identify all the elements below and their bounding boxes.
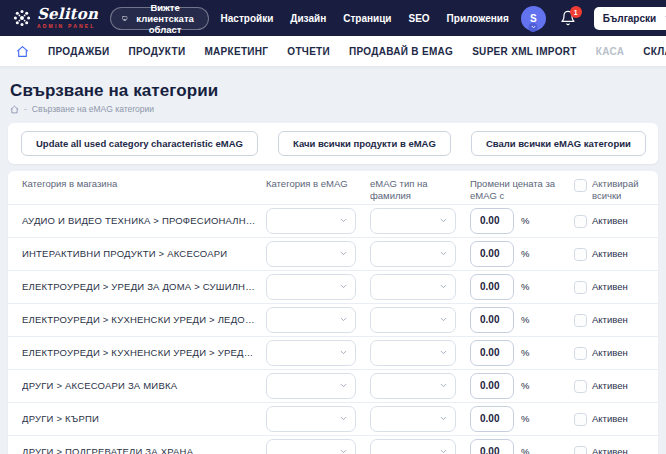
- topbar-nav-item[interactable]: Приложения: [447, 13, 509, 24]
- store-category-label: ИНТЕРАКТИВНИ ПРОДУКТИ > АКСЕСОАРИ: [22, 248, 266, 259]
- emag-family-type-select[interactable]: [370, 241, 456, 267]
- emag-family-type-select[interactable]: [370, 307, 456, 333]
- percent-label: %: [521, 413, 529, 424]
- active-checkbox[interactable]: [574, 347, 587, 360]
- chevron-down-icon: [339, 447, 348, 454]
- emag-family-type-select[interactable]: [370, 274, 456, 300]
- percent-label: %: [521, 314, 529, 325]
- price-change-cell: %: [470, 406, 574, 432]
- main-nav-item[interactable]: ОТЧЕТИ: [287, 46, 330, 57]
- chevron-down-icon: [439, 216, 448, 225]
- logo-subtitle: ADMIN PANEL: [37, 24, 98, 29]
- header-store-category: Категория в магазина: [22, 178, 266, 190]
- chevron-down-icon: [339, 381, 348, 390]
- topbar-nav-item[interactable]: Дизайн: [290, 13, 326, 24]
- active-checkbox[interactable]: [574, 314, 587, 327]
- active-cell: Активен: [574, 280, 646, 294]
- download-all-categories-button[interactable]: Свали всички eMAG категории: [471, 131, 646, 156]
- price-input[interactable]: [470, 439, 514, 454]
- active-checkbox[interactable]: [574, 281, 587, 294]
- table-row: ИНТЕРАКТИВНИ ПРОДУКТИ > АКСЕСОАРИ % Акти…: [8, 237, 658, 270]
- active-checkbox[interactable]: [574, 248, 587, 261]
- price-input[interactable]: [470, 208, 514, 234]
- breadcrumb-separator: -: [24, 104, 27, 114]
- category-mapping-table: Категория в магазина Категория в eMAG eM…: [8, 171, 658, 454]
- emag-family-type-select[interactable]: [370, 373, 456, 399]
- chevron-down-icon: [439, 414, 448, 423]
- emag-category-select[interactable]: [266, 307, 356, 333]
- emag-family-type-select[interactable]: [370, 208, 456, 234]
- main-nav-item[interactable]: ПРОДАВАЙ В EMAG: [349, 46, 453, 57]
- price-input[interactable]: [470, 340, 514, 366]
- price-change-cell: %: [470, 307, 574, 333]
- active-label: Активен: [592, 380, 628, 391]
- emag-family-type-select[interactable]: [370, 439, 456, 454]
- store-category-label: ДРУГИ > ПОДГРЕВАТЕЛИ ЗА ХРАНА: [22, 446, 266, 454]
- main-nav-item[interactable]: ПРОДУКТИ: [129, 46, 186, 57]
- activate-all-label: Активирай всички: [592, 178, 638, 202]
- percent-label: %: [521, 281, 529, 292]
- emag-category-select[interactable]: [266, 208, 356, 234]
- topbar-nav-item[interactable]: Страници: [343, 13, 391, 24]
- active-label: Активен: [592, 446, 628, 454]
- price-input[interactable]: [470, 373, 514, 399]
- logo[interactable]: Seliton ADMIN PANEL: [12, 7, 98, 29]
- percent-label: %: [521, 446, 529, 454]
- active-label: Активен: [592, 248, 628, 259]
- active-checkbox[interactable]: [574, 413, 587, 426]
- chevron-down-icon: [339, 414, 348, 423]
- topbar-nav-item[interactable]: SEO: [408, 13, 429, 24]
- topbar-nav-item[interactable]: Настройки: [221, 13, 274, 24]
- update-characteristics-button[interactable]: Update all used category characteristic …: [21, 131, 258, 156]
- emag-category-select[interactable]: [266, 406, 356, 432]
- active-cell: Активен: [574, 379, 646, 393]
- emag-category-select[interactable]: [266, 373, 356, 399]
- emag-category-select[interactable]: [266, 340, 356, 366]
- price-input[interactable]: [470, 241, 514, 267]
- active-checkbox[interactable]: [574, 446, 587, 454]
- activate-all-checkbox[interactable]: [574, 179, 587, 192]
- logo-title: Seliton: [37, 7, 98, 22]
- notifications-button[interactable]: 1: [560, 10, 576, 26]
- chevron-down-icon: [439, 348, 448, 357]
- percent-label: %: [521, 347, 529, 358]
- emag-category-select[interactable]: [266, 274, 356, 300]
- table-header-row: Категория в магазина Категория в eMAG eM…: [8, 171, 658, 204]
- store-category-label: ЕЛЕКТРОУРЕДИ > КУХНЕНСКИ УРЕДИ > УРЕДИ З…: [22, 347, 266, 358]
- main-nav-item[interactable]: СКЛАДОВЕ: [643, 46, 666, 57]
- upload-all-products-button[interactable]: Качи всички продукти в eMAG: [278, 131, 451, 156]
- price-input[interactable]: [470, 274, 514, 300]
- table-row: ДРУГИ > АКСЕСОАРИ ЗА МИВКА % Активен: [8, 369, 658, 402]
- emag-family-type-select[interactable]: [370, 340, 456, 366]
- language-selector[interactable]: Български: [594, 7, 666, 30]
- price-change-cell: %: [470, 373, 574, 399]
- store-category-label: ДРУГИ > КЪРПИ: [22, 413, 266, 424]
- price-change-cell: %: [470, 439, 574, 454]
- emag-category-select[interactable]: [266, 241, 356, 267]
- view-client-area-button[interactable]: Вижте клиентската област: [110, 7, 209, 30]
- active-cell: Активен: [574, 346, 646, 360]
- table-row: ЕЛЕКТРОУРЕДИ > КУХНЕНСКИ УРЕДИ > ЛЕДОГЕН…: [8, 303, 658, 336]
- main-nav-item[interactable]: SUPER XML IMPORT: [472, 46, 577, 57]
- active-checkbox[interactable]: [574, 215, 587, 228]
- active-cell: Активен: [574, 214, 646, 228]
- chevron-down-icon: [439, 249, 448, 258]
- emag-family-type-select[interactable]: [370, 406, 456, 432]
- main-nav-items: ПРОДАЖБИПРОДУКТИМАРКЕТИНГОТЧЕТИПРОДАВАЙ …: [48, 46, 666, 57]
- emag-category-select[interactable]: [266, 439, 356, 454]
- page-title: Свързване на категории: [10, 81, 658, 101]
- language-label: Български: [603, 13, 656, 24]
- active-checkbox[interactable]: [574, 380, 587, 393]
- main-nav-item[interactable]: ПРОДАЖБИ: [48, 46, 110, 57]
- price-change-cell: %: [470, 340, 574, 366]
- active-label: Активен: [592, 347, 628, 358]
- header-price-change: Промени цената за eMAG с: [470, 178, 574, 202]
- price-input[interactable]: [470, 406, 514, 432]
- price-input[interactable]: [470, 307, 514, 333]
- notification-badge: 1: [570, 6, 582, 18]
- home-nav-link[interactable]: [16, 45, 29, 58]
- breadcrumb-home-icon[interactable]: [10, 105, 19, 114]
- chevron-down-icon: [439, 381, 448, 390]
- user-avatar[interactable]: S: [521, 6, 546, 31]
- main-nav-item[interactable]: МАРКЕТИНГ: [204, 46, 268, 57]
